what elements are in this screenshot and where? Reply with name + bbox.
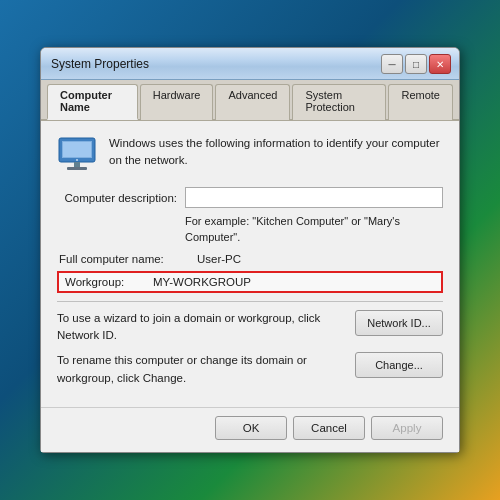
apply-button[interactable]: Apply: [371, 416, 443, 440]
change-description: To rename this computer or change its do…: [57, 352, 345, 387]
network-id-section: To use a wizard to join a domain or work…: [57, 310, 443, 345]
full-computer-name-label: Full computer name:: [59, 253, 189, 265]
ok-button[interactable]: OK: [215, 416, 287, 440]
full-computer-name-value: User-PC: [197, 253, 241, 265]
svg-rect-3: [74, 162, 80, 167]
network-id-button[interactable]: Network ID...: [355, 310, 443, 336]
network-id-description: To use a wizard to join a domain or work…: [57, 310, 345, 345]
close-button[interactable]: ✕: [429, 54, 451, 74]
svg-point-5: [76, 159, 78, 161]
workgroup-value: MY-WORKGROUP: [153, 276, 251, 288]
title-bar: System Properties ─ □ ✕: [41, 48, 459, 80]
computer-description-hint: For example: "Kitchen Computer" or "Mary…: [185, 214, 443, 245]
computer-description-label: Computer description:: [57, 192, 177, 204]
svg-rect-2: [63, 142, 91, 157]
network-description: Windows uses the following information t…: [109, 135, 443, 170]
separator: [57, 301, 443, 302]
tab-advanced[interactable]: Advanced: [215, 84, 290, 120]
maximize-button[interactable]: □: [405, 54, 427, 74]
full-computer-name-row: Full computer name: User-PC: [57, 253, 443, 265]
tab-hardware[interactable]: Hardware: [140, 84, 214, 120]
computer-description-row: Computer description:: [57, 187, 443, 208]
cancel-button[interactable]: Cancel: [293, 416, 365, 440]
workgroup-row: Workgroup: MY-WORKGROUP: [57, 271, 443, 293]
tab-content: Windows uses the following information t…: [41, 121, 459, 407]
computer-icon: [57, 137, 97, 173]
tab-bar: Computer Name Hardware Advanced System P…: [41, 80, 459, 121]
title-bar-controls: ─ □ ✕: [381, 54, 451, 74]
svg-rect-4: [67, 167, 87, 170]
change-section: To rename this computer or change its do…: [57, 352, 443, 387]
minimize-button[interactable]: ─: [381, 54, 403, 74]
change-button[interactable]: Change...: [355, 352, 443, 378]
top-section: Windows uses the following information t…: [57, 135, 443, 173]
tab-system-protection[interactable]: System Protection: [292, 84, 386, 120]
bottom-button-bar: OK Cancel Apply: [41, 407, 459, 452]
system-properties-dialog: System Properties ─ □ ✕ Computer Name Ha…: [40, 47, 460, 453]
dialog-title: System Properties: [51, 57, 149, 71]
computer-description-input[interactable]: [185, 187, 443, 208]
workgroup-label: Workgroup:: [65, 276, 145, 288]
tab-computer-name[interactable]: Computer Name: [47, 84, 138, 120]
tab-remote[interactable]: Remote: [388, 84, 453, 120]
